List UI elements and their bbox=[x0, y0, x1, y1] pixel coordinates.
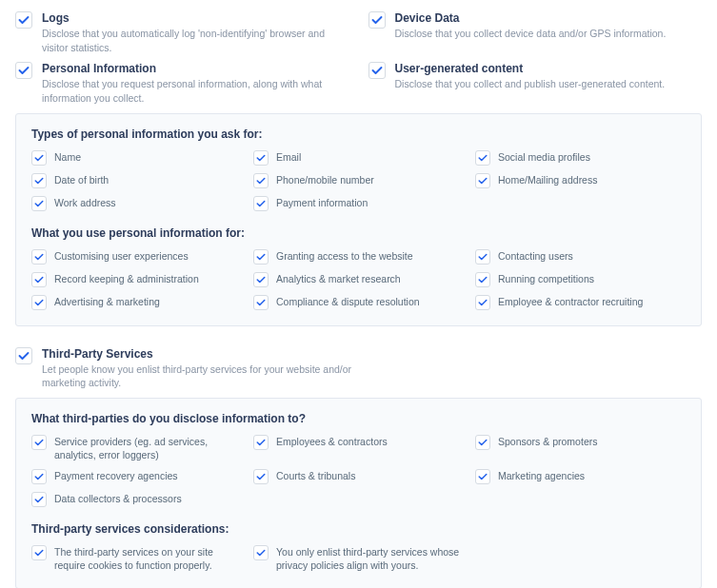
checkbox-item[interactable]: You only enlist third-party services who… bbox=[253, 545, 464, 572]
option-title: User-generated content bbox=[395, 62, 666, 75]
check-icon bbox=[253, 249, 269, 265]
checkbox-item[interactable]: Marketing agencies bbox=[475, 469, 686, 484]
checkbox-label: Date of birth bbox=[54, 173, 109, 187]
checkbox-item[interactable]: Employees & contractors bbox=[253, 435, 464, 461]
checkbox-label: Sponsors & promoters bbox=[498, 435, 597, 449]
checkbox-label: The third-party services on your site re… bbox=[54, 545, 242, 572]
option-desc: Let people know you enlist third-party s… bbox=[42, 363, 359, 390]
checkbox-item[interactable]: Customising user experiences bbox=[31, 249, 242, 265]
check-icon bbox=[368, 11, 386, 29]
checkbox-label: Compliance & dispute resolution bbox=[276, 295, 420, 309]
check-icon bbox=[475, 150, 490, 166]
check-icon bbox=[253, 272, 269, 287]
check-icon bbox=[253, 469, 269, 484]
checkbox-label: You only enlist third-party services who… bbox=[276, 545, 464, 572]
check-icon bbox=[253, 435, 269, 450]
checkbox-item[interactable]: Sponsors & promoters bbox=[475, 435, 686, 461]
check-icon bbox=[31, 492, 47, 507]
checkbox-label: Payment information bbox=[276, 196, 368, 210]
option-desc: Disclose that you request personal infor… bbox=[42, 77, 349, 105]
checkbox-item[interactable]: Running competitions bbox=[475, 272, 686, 287]
checkbox-label: Employee & contractor recruiting bbox=[498, 295, 643, 309]
check-icon bbox=[475, 272, 490, 287]
option-logs[interactable]: Logs Disclose that you automatically log… bbox=[15, 11, 349, 54]
checkbox-label: Employees & contractors bbox=[276, 435, 388, 449]
checkbox-label: Advertising & marketing bbox=[54, 295, 160, 309]
option-desc: Disclose that you automatically log 'non… bbox=[42, 27, 349, 54]
option-title: Third-Party Services bbox=[42, 347, 359, 361]
checkbox-item[interactable]: Record keeping & administration bbox=[31, 272, 242, 287]
checkbox-item[interactable]: Advertising & marketing bbox=[31, 295, 242, 310]
checkbox-label: Record keeping & administration bbox=[54, 272, 199, 286]
checkbox-item[interactable]: Work address bbox=[31, 196, 242, 211]
check-icon bbox=[31, 295, 47, 310]
checkbox-item[interactable]: Granting access to the website bbox=[253, 249, 464, 265]
check-icon bbox=[253, 196, 269, 211]
checkbox-item[interactable]: Payment recovery agencies bbox=[31, 469, 242, 484]
option-personal-info[interactable]: Personal Information Disclose that you r… bbox=[15, 62, 349, 105]
check-icon bbox=[475, 469, 490, 484]
checkbox-label: Name bbox=[54, 150, 81, 165]
section-title: What third-parties do you disclose infor… bbox=[31, 412, 686, 425]
checkbox-item[interactable]: Employee & contractor recruiting bbox=[475, 295, 686, 310]
option-user-generated[interactable]: User-generated content Disclose that you… bbox=[368, 62, 703, 105]
option-device-data[interactable]: Device Data Disclose that you collect de… bbox=[368, 11, 703, 54]
section-title: Types of personal information you ask fo… bbox=[31, 127, 686, 141]
check-icon bbox=[253, 545, 269, 560]
checkbox-label: Customising user experiences bbox=[54, 249, 189, 264]
check-icon bbox=[31, 173, 47, 188]
checkbox-label: Work address bbox=[54, 196, 116, 210]
check-icon bbox=[31, 150, 47, 166]
checkbox-item[interactable]: Data collectors & processors bbox=[31, 492, 242, 507]
checkbox-item[interactable]: Compliance & dispute resolution bbox=[253, 295, 464, 310]
checkbox-item[interactable]: Social media profiles bbox=[475, 150, 686, 166]
check-icon bbox=[31, 545, 47, 560]
option-third-party[interactable]: Third-Party Services Let people know you… bbox=[15, 347, 359, 390]
checkbox-label: Granting access to the website bbox=[276, 249, 413, 264]
checkbox-item[interactable]: Name bbox=[31, 150, 242, 166]
checkbox-item[interactable]: Home/Mailing address bbox=[475, 173, 686, 188]
checkbox-item[interactable]: The third-party services on your site re… bbox=[31, 545, 242, 572]
checkbox-label: Data collectors & processors bbox=[54, 492, 182, 506]
checkbox-item[interactable]: Phone/mobile number bbox=[253, 173, 464, 188]
checkbox-item[interactable]: Date of birth bbox=[31, 173, 242, 188]
check-icon bbox=[15, 347, 32, 364]
check-icon bbox=[15, 11, 32, 29]
personal-info-panel: Types of personal information you ask fo… bbox=[15, 113, 702, 326]
check-icon bbox=[31, 249, 47, 265]
checkbox-item[interactable]: Email bbox=[253, 150, 464, 166]
option-title: Personal Information bbox=[42, 62, 349, 75]
checkbox-label: Analytics & market research bbox=[276, 272, 401, 286]
check-icon bbox=[475, 173, 490, 188]
checkbox-item[interactable]: Contacting users bbox=[475, 249, 686, 265]
check-icon bbox=[253, 295, 269, 310]
checkbox-label: Contacting users bbox=[498, 249, 573, 264]
checkbox-label: Marketing agencies bbox=[498, 469, 585, 483]
check-icon bbox=[31, 435, 47, 450]
checkbox-label: Courts & tribunals bbox=[276, 469, 355, 483]
checkbox-label: Email bbox=[276, 150, 301, 165]
third-party-panel: What third-parties do you disclose infor… bbox=[15, 398, 702, 588]
option-desc: Disclose that you collect and publish us… bbox=[395, 77, 666, 91]
check-icon bbox=[15, 62, 32, 79]
checkbox-item[interactable]: Payment information bbox=[253, 196, 464, 211]
checkbox-label: Social media profiles bbox=[498, 150, 590, 165]
check-icon bbox=[475, 295, 490, 310]
checkbox-label: Running competitions bbox=[498, 272, 594, 286]
check-icon bbox=[253, 173, 269, 188]
check-icon bbox=[31, 196, 47, 211]
section-title: Third-party services considerations: bbox=[31, 522, 686, 536]
checkbox-item[interactable]: Analytics & market research bbox=[253, 272, 464, 287]
check-icon bbox=[475, 435, 490, 450]
checkbox-item[interactable]: Service providers (eg. ad services, anal… bbox=[31, 435, 242, 461]
checkbox-label: Service providers (eg. ad services, anal… bbox=[54, 435, 242, 461]
checkbox-item[interactable]: Courts & tribunals bbox=[253, 469, 464, 484]
check-icon bbox=[253, 150, 269, 166]
check-icon bbox=[31, 272, 47, 287]
checkbox-label: Home/Mailing address bbox=[498, 173, 597, 187]
option-title: Logs bbox=[42, 11, 349, 25]
option-title: Device Data bbox=[395, 11, 667, 25]
checkbox-label: Phone/mobile number bbox=[276, 173, 374, 187]
check-icon bbox=[368, 62, 386, 79]
option-desc: Disclose that you collect device data an… bbox=[395, 27, 667, 41]
